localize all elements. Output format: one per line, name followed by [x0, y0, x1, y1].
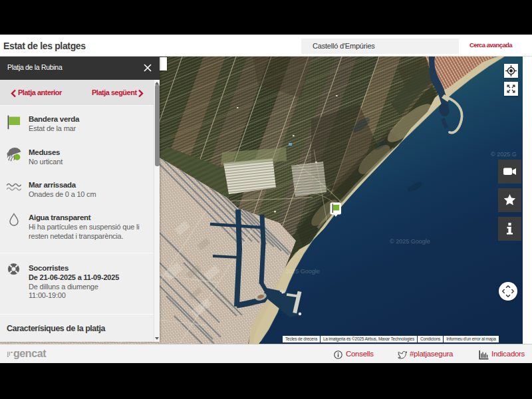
svg-text:© 2025 Google: © 2025 Google — [390, 238, 430, 245]
svg-text:© 2025 Google: © 2025 Google — [279, 268, 320, 275]
svg-text:© 2025 G: © 2025 G — [491, 151, 517, 158]
